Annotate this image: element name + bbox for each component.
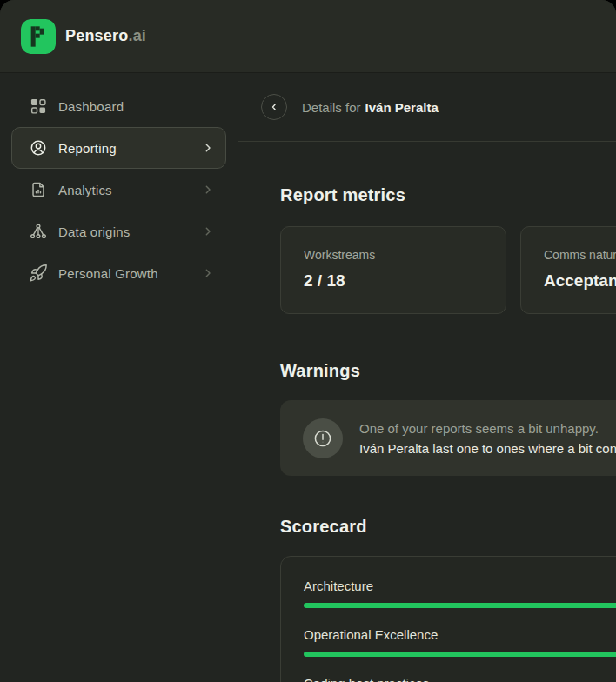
score-label: Coding best practices — [304, 675, 616, 682]
chevron-right-icon — [201, 183, 215, 197]
sidebar-item-dashboard[interactable]: Dashboard — [11, 85, 226, 127]
rocket-icon — [29, 264, 48, 283]
metric-label: Workstreams — [304, 247, 483, 263]
scorecard-heading: Scorecard — [280, 514, 616, 538]
metric-label: Comms nature — [544, 247, 616, 263]
pensero-logo-icon — [21, 19, 56, 54]
sidebar-item-label: Reporting — [58, 141, 191, 156]
chevron-right-icon — [201, 266, 215, 280]
sidebar-item-reporting[interactable]: Reporting — [11, 127, 226, 169]
brand-title: Pensero.ai — [65, 27, 146, 45]
sidebar-item-label: Dashboard — [58, 99, 215, 114]
warning-message-title: One of your reports seems a bit unhappy. — [359, 418, 616, 438]
page-title: Details forIván Peralta — [302, 100, 439, 115]
sidebar: Dashboard Reporting — [0, 73, 238, 681]
score-label: Operational Excellence — [304, 626, 616, 644]
detail-content: Report metrics Workstreams 2 / 18 Comms … — [238, 142, 616, 682]
metric-card-comms-nature: Comms nature Acceptance — [520, 226, 616, 314]
chevron-right-icon — [201, 224, 215, 238]
warning-card: One of your reports seems a bit unhappy.… — [280, 400, 616, 476]
alert-icon-badge — [303, 418, 343, 458]
back-button[interactable] — [261, 94, 287, 120]
sidebar-item-label: Analytics — [58, 183, 191, 197]
person-name: Iván Peralta — [365, 100, 439, 115]
sidebar-item-data-origins[interactable]: Data origins — [11, 211, 226, 252]
main-panel: Details forIván Peralta Report metrics W… — [238, 73, 616, 681]
score-track — [304, 652, 616, 657]
chevron-left-icon — [268, 101, 280, 113]
score-label: Architecture — [304, 578, 616, 595]
sidebar-item-personal-growth[interactable]: Personal Growth — [11, 252, 226, 294]
page-title-prefix: Details for — [302, 100, 361, 115]
dashboard-icon — [29, 97, 48, 116]
warnings-heading: Warnings — [280, 358, 616, 383]
app-body: Dashboard Reporting — [0, 73, 616, 681]
detail-topbar: Details forIván Peralta — [238, 73, 616, 142]
score-row-operational-excellence: Operational Excellence — [304, 626, 616, 657]
sidebar-item-label: Data origins — [58, 224, 191, 239]
sidebar-item-analytics[interactable]: Analytics — [11, 169, 226, 211]
user-icon — [29, 138, 48, 157]
app-window: Pensero.ai Dashboard — [0, 0, 616, 682]
metric-value: 2 / 18 — [304, 271, 483, 291]
metric-value: Acceptance — [544, 271, 616, 291]
data-origins-icon — [29, 222, 48, 241]
metric-card-workstreams: Workstreams 2 / 18 — [280, 226, 506, 314]
score-row-coding-best-practices: Coding best practices — [304, 675, 616, 682]
alert-circle-icon — [312, 428, 333, 449]
score-bar — [304, 603, 616, 608]
brand-name: Pensero — [65, 27, 128, 44]
score-bar — [304, 652, 616, 657]
scorecard-card: Architecture Operational Excellence Codi… — [280, 556, 616, 682]
metric-cards-row: Workstreams 2 / 18 Comms nature Acceptan… — [280, 226, 616, 314]
chevron-right-icon — [201, 141, 215, 155]
warning-message-detail: Iván Peralta last one to ones where a bi… — [359, 438, 616, 458]
brand-suffix: .ai — [128, 27, 146, 44]
report-metrics-heading: Report metrics — [280, 183, 616, 207]
score-row-architecture: Architecture — [304, 578, 616, 608]
score-track — [304, 603, 616, 608]
sidebar-item-label: Personal Growth — [58, 266, 191, 281]
analytics-icon — [29, 180, 48, 199]
app-header: Pensero.ai — [0, 0, 616, 73]
warning-message: One of your reports seems a bit unhappy.… — [359, 418, 616, 458]
